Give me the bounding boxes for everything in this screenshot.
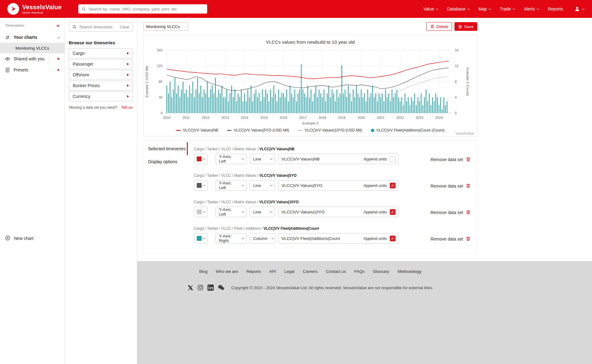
trash-icon [466,157,471,162]
series-name-input[interactable] [282,210,361,214]
chevron-down-icon [203,210,205,212]
clear-search-button[interactable]: Clear [120,25,130,29]
timeseries-chart-card: VLCCs values from newbuild to 10 year ol… [143,35,477,136]
remove-dataset-button[interactable]: Remove data set [430,183,471,188]
category-passenger[interactable]: Passenger [69,59,133,69]
svg-text:0: 0 [161,111,162,115]
color-picker-select[interactable] [194,233,208,244]
y-axis-select[interactable]: Y-Axis: Right [216,233,247,244]
svg-text:2022: 2022 [396,116,404,119]
legend-item[interactable]: VLCC|VV Values|NB [176,128,218,132]
chart-legend: VLCC|VV Values|NBVLCC|VV Values|5YO (USD… [144,128,477,132]
append-units-checkbox[interactable] [390,236,396,241]
y-axis-select[interactable]: Y-Axis: Left [216,180,247,191]
nav-item-database[interactable]: Database [447,6,469,11]
sidebar-item-monitoring-vlccs[interactable]: Monitoring VLCCs [0,43,64,53]
color-swatch [197,236,202,241]
color-picker-select[interactable] [194,154,208,164]
append-units-checkbox[interactable] [390,209,396,215]
save-button[interactable]: Save [454,22,477,31]
linkedin-icon[interactable] [208,285,214,291]
nav-item-map[interactable]: Map [479,6,491,11]
legend-item[interactable]: VLCC|VV Values|5YO (USD Mil) [227,128,289,132]
dataset-row: Cargo / Tanker / VLCC / Matrix Values /V… [194,147,471,164]
footer-link-who-we-are[interactable]: Who we are [216,269,238,274]
legend-marker [227,130,232,131]
legend-item[interactable]: VLCC|VV Values|10YO (USD Mil) [298,128,362,132]
search-icon [81,7,86,11]
dataset-row: Cargo / Tanker / VLCC / Matrix Values /V… [194,200,471,217]
append-units-label: Append units [364,157,387,161]
svg-text:2020: 2020 [357,116,365,119]
series-type-select[interactable]: Line [250,207,275,217]
sidebar-item-shared-with-you[interactable]: Shared with you [0,53,64,64]
footer-link-contact-us[interactable]: Contact us [326,269,346,274]
instagram-icon[interactable] [197,285,204,291]
tab-display-options[interactable]: Display options [144,155,188,168]
nav-item-trade[interactable]: Trade [500,6,515,11]
legend-item[interactable]: VLCC|VV Fleet|Additions|Count (Count) [371,128,445,132]
append-units-checkbox[interactable] [390,156,396,162]
chevron-right-icon [127,84,129,87]
nav-item-value[interactable]: Value [423,6,438,11]
y-axis-select[interactable]: Y-Axis: Left [216,154,247,164]
footer-link-reports[interactable]: Reports [246,269,261,274]
svg-text:80: 80 [159,80,162,83]
footer-link-blog[interactable]: Blog [199,269,208,274]
global-search [78,4,207,14]
nav-item-alerts[interactable]: Alerts [524,6,539,11]
global-search-input[interactable] [88,7,204,11]
timeseries-search-input[interactable] [79,25,117,29]
series-name-input[interactable] [282,157,361,161]
user-menu[interactable] [574,6,584,12]
delete-button[interactable]: Delete [426,22,452,31]
sidebar-title: Timeseries [5,23,24,28]
color-swatch [197,183,202,188]
footer-link-faqs[interactable]: FAQs [354,269,365,274]
chevron-right-icon [58,58,60,60]
tab-selected-timeseries[interactable]: Selected timeseries [144,142,188,155]
series-type-select[interactable]: Line [250,154,275,164]
remove-dataset-button[interactable]: Remove data set [430,210,471,215]
collapse-sidebar-icon[interactable]: « [57,23,60,28]
chart-name-input[interactable] [143,22,188,31]
brand-logo[interactable]: VesselsValue Veson Nautical [7,3,62,15]
x-social-icon[interactable] [187,285,193,291]
color-picker-select[interactable] [194,207,208,217]
eye-icon [5,56,10,62]
svg-text:12: 12 [455,64,458,68]
footer-link-api[interactable]: API [269,269,276,274]
tell-us-link[interactable]: Tell us [121,105,133,110]
svg-text:16: 16 [455,48,458,52]
chevron-down-icon [203,157,205,160]
svg-text:Example 2 (Count): Example 2 (Count) [466,67,470,96]
category-bunker-prices[interactable]: Bunker Prices [69,81,133,91]
y-axis-select[interactable]: Y-Axis: Left [216,207,247,217]
series-name-group: Append units [278,154,398,164]
footer-link-methodology[interactable]: Methodology [398,269,421,274]
series-type-select[interactable]: Column [250,233,275,244]
footer-link-glossary[interactable]: Glossary [373,269,389,274]
remove-dataset-button[interactable]: Remove data set [430,236,471,241]
chevron-down-icon [270,184,272,186]
footer-link-legal[interactable]: Legal [284,269,294,274]
color-swatch [197,209,202,214]
dataset-breadcrumb: Cargo / Tanker / VLCC / Fleet / Addition… [194,226,430,231]
category-offshore[interactable]: Offshore [69,70,133,80]
remove-dataset-button[interactable]: Remove data set [430,157,471,162]
category-currency[interactable]: Currency [69,91,133,101]
chart-title: VLCCs values from newbuild to 10 year ol… [144,39,477,45]
color-picker-select[interactable] [194,180,208,191]
series-name-input[interactable] [282,236,361,241]
series-type-select[interactable]: Line [250,180,275,191]
wechat-icon[interactable] [218,284,224,291]
series-name-input[interactable] [282,183,361,188]
append-units-checkbox[interactable] [390,183,396,188]
category-cargo[interactable]: Cargo [69,48,133,58]
footer-link-careers[interactable]: Careers [303,269,318,274]
nav-item-reports[interactable]: Reports [548,6,563,11]
new-chart-button[interactable]: New chart [0,233,64,244]
document-icon [5,67,10,73]
sidebar-item-presets[interactable]: Presets [0,64,64,75]
sidebar-item-your-charts[interactable]: Your charts [0,32,64,43]
